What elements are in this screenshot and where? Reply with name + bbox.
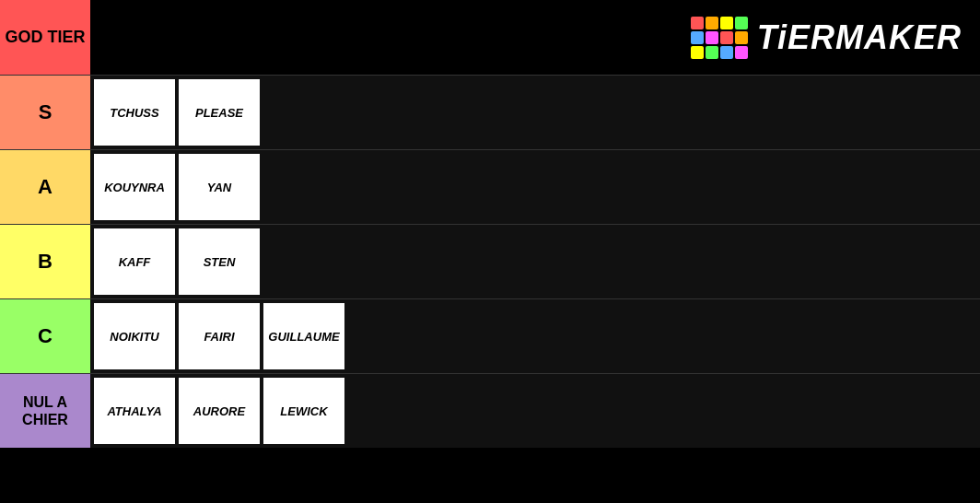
header-row: GOD TIER TiERMAKER	[0, 0, 980, 75]
tier-label-s: S	[0, 76, 90, 149]
logo-cell	[706, 17, 718, 29]
tier-label-a: A	[0, 150, 90, 224]
tier-items-c: NOIKITUFAIRIGUILLAUME	[90, 299, 980, 373]
logo-cell	[691, 31, 704, 44]
logo-cell	[735, 17, 748, 29]
tier-item: FAIRI	[179, 303, 260, 369]
logo-cell	[735, 31, 748, 44]
logo-text: TiERMAKER	[757, 18, 962, 57]
tier-label-c: C	[0, 299, 90, 373]
tiers-section: STCHUSSPLEASEAKOUYNRAYANBKAFFSTENCNOIKIT…	[0, 75, 980, 503]
tier-row-s: STCHUSSPLEASE	[0, 75, 980, 149]
tier-item: GUILLAUME	[263, 303, 344, 369]
tier-item: AURORE	[179, 378, 260, 444]
tier-items-a: KOUYNRAYAN	[90, 150, 980, 224]
tier-row-b: BKAFFSTEN	[0, 224, 980, 298]
logo-cell	[720, 31, 733, 44]
logo-cell	[720, 46, 733, 59]
tier-item: KOUYNRA	[94, 154, 175, 220]
tier-row-nul: NUL A CHIERATHALYAAURORELEWICK	[0, 373, 980, 448]
tier-item: ATHALYA	[94, 378, 175, 444]
logo-grid	[691, 17, 748, 59]
logo-cell	[706, 46, 718, 59]
tier-item: NOIKITU	[94, 303, 175, 369]
logo-area: TiERMAKER	[691, 17, 980, 59]
tiermaker-container: GOD TIER TiERMAKER STCHUSSPLEASEAKOUYNRA…	[0, 0, 980, 503]
tier-items-s: TCHUSSPLEASE	[90, 76, 980, 149]
tier-items-nul: ATHALYAAURORELEWICK	[90, 374, 980, 448]
logo-cell	[691, 46, 704, 59]
tier-item: YAN	[179, 154, 260, 220]
tier-item: STEN	[179, 228, 260, 295]
tier-label-nul: NUL A CHIER	[0, 374, 90, 448]
tier-items-b: KAFFSTEN	[90, 225, 980, 298]
tier-item: TCHUSS	[94, 79, 175, 146]
tier-label-b: B	[0, 225, 90, 298]
logo-cell	[735, 46, 748, 59]
tier-item: LEWICK	[263, 378, 344, 444]
god-tier-label: GOD TIER	[0, 0, 90, 75]
tier-item: KAFF	[94, 228, 175, 295]
tier-item: PLEASE	[179, 79, 260, 146]
tier-row-c: CNOIKITUFAIRIGUILLAUME	[0, 298, 980, 373]
tier-row-a: AKOUYNRAYAN	[0, 149, 980, 224]
logo-cell	[706, 31, 718, 44]
logo-cell	[691, 17, 704, 29]
logo-cell	[720, 17, 733, 29]
